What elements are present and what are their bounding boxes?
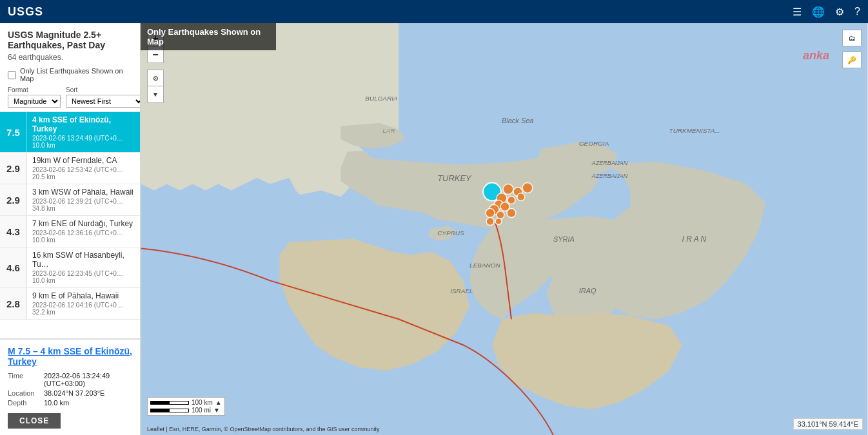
earthquake-list-item[interactable]: 7.54 km SSE of Ekinözü, Turkey2023-02-06… bbox=[0, 112, 140, 153]
sort-group: Sort Newest First Oldest First Largest M… bbox=[66, 86, 141, 108]
usgs-logo-text: USGS bbox=[8, 5, 43, 19]
scale-km-row: 100 km ▲ bbox=[150, 399, 222, 406]
sidebar: USGS Magnitude 2.5+ Earthquakes, Past Da… bbox=[0, 23, 141, 435]
svg-point-27 bbox=[486, 209, 495, 218]
earthquake-info: 19km W of Ferndale, CA2023-02-06 12:53:4… bbox=[27, 153, 140, 184]
svg-text:TURKEY: TURKEY bbox=[437, 173, 472, 183]
sidebar-title: USGS Magnitude 2.5+ Earthquakes, Past Da… bbox=[8, 30, 132, 50]
format-label: Format bbox=[8, 86, 61, 93]
layer-toggle-button[interactable]: 🗂 bbox=[842, 30, 862, 46]
sidebar-controls: Format Magnitude Depth Time Sort Newest … bbox=[8, 86, 132, 108]
detail-depth-key: Depth bbox=[8, 399, 40, 407]
svg-text:IRAQ: IRAQ bbox=[579, 287, 597, 295]
earthquake-magnitude: 2.9 bbox=[0, 153, 27, 184]
detail-depth-row: Depth 10.0 km bbox=[8, 399, 132, 407]
detail-time-val: 2023-02-06 13:24:49 (UTC+03:00) bbox=[44, 372, 132, 387]
globe-icon[interactable]: 🌐 bbox=[812, 6, 825, 18]
svg-text:GEORGIA: GEORGIA bbox=[579, 140, 609, 147]
earthquake-magnitude: 4.3 bbox=[0, 216, 27, 247]
earthquake-detail: 2023-02-06 12:23:45 (UTC+0… 10.0 km bbox=[32, 270, 135, 284]
main-content: USGS Magnitude 2.5+ Earthquakes, Past Da… bbox=[0, 23, 868, 435]
scale-mi-row: 100 mi ▼ bbox=[150, 407, 222, 414]
svg-text:ISRAEL: ISRAEL bbox=[450, 287, 473, 295]
earthquake-list-item[interactable]: 2.93 km WSW of Pāhala, Hawaii2023-02-06 … bbox=[0, 184, 140, 216]
svg-point-26 bbox=[497, 211, 504, 219]
svg-text:AZERBAIJAN: AZERBAIJAN bbox=[591, 160, 628, 166]
svg-point-29 bbox=[495, 218, 502, 225]
svg-text:LEBANON: LEBANON bbox=[469, 262, 500, 269]
map-options-group: ⊙ ▼ bbox=[147, 70, 164, 103]
detail-time-row: Time 2023-02-06 13:24:49 (UTC+03:00) bbox=[8, 372, 132, 387]
earthquake-info: 3 km WSW of Pāhala, Hawaii2023-02-06 12:… bbox=[27, 184, 140, 215]
earthquake-list-item[interactable]: 2.89 km E of Pāhala, Hawaii2023-02-06 12… bbox=[0, 288, 140, 320]
earthquake-list: 7.54 km SSE of Ekinözü, Turkey2023-02-06… bbox=[0, 112, 140, 338]
map-view-button[interactable]: ⊙ bbox=[147, 70, 164, 86]
earthquake-list-item[interactable]: 4.37 km ENE of Nurdağı, Turkey2023-02-06… bbox=[0, 216, 140, 247]
sidebar-header: USGS Magnitude 2.5+ Earthquakes, Past Da… bbox=[0, 23, 140, 112]
svg-text:TURKMENISTA...: TURKMENISTA... bbox=[669, 127, 720, 134]
help-icon[interactable]: ? bbox=[854, 6, 860, 17]
sidebar-filter: Only List Earthquakes Shown on Map bbox=[8, 67, 132, 82]
earthquake-detail: 2023-02-06 13:24:49 (UTC+0… 10.0 km bbox=[32, 135, 135, 149]
only-earthquakes-banner: Only Earthquakes Shown on Map bbox=[141, 23, 276, 50]
format-group: Format Magnitude Depth Time bbox=[8, 86, 61, 108]
gear-icon[interactable]: ⚙ bbox=[835, 6, 844, 18]
map-svg: TURKEY Black Sea BULGARIA GEORGIA AZERBA… bbox=[141, 23, 868, 435]
earthquake-list-item[interactable]: 2.919km W of Ferndale, CA2023-02-06 12:5… bbox=[0, 153, 140, 184]
earthquake-detail: 2023-02-06 12:36:16 (UTC+0… 10.0 km bbox=[32, 229, 135, 244]
eq-filter-checkbox[interactable] bbox=[8, 71, 16, 79]
svg-text:I R A N: I R A N bbox=[682, 235, 707, 244]
header-icons: ☰ 🌐 ⚙ ? bbox=[793, 6, 860, 18]
svg-point-22 bbox=[508, 197, 515, 204]
header: USGS ☰ 🌐 ⚙ ? bbox=[0, 0, 868, 23]
earthquake-list-item[interactable]: 4.616 km SSW of Hasanbeyli, Tu…2023-02-0… bbox=[0, 247, 140, 288]
svg-point-25 bbox=[507, 209, 516, 218]
map-attribution: Leaflet | Esri, HERE, Garmin, © OpenStre… bbox=[147, 426, 380, 432]
attribution-text: Leaflet | Esri, HERE, Garmin, © OpenStre… bbox=[147, 426, 380, 432]
scale-collapse-icon[interactable]: ▼ bbox=[213, 407, 220, 414]
earthquake-magnitude: 7.5 bbox=[0, 112, 27, 152]
usgs-logo[interactable]: USGS bbox=[8, 5, 43, 19]
svg-text:AZERBAIJAN: AZERBAIJAN bbox=[591, 173, 628, 179]
scale-bar: 100 km ▲ 100 mi ▼ bbox=[147, 397, 225, 416]
earthquake-location: 16 km SSW of Hasanbeyli, Tu… bbox=[32, 251, 135, 269]
svg-text:CYPRUS: CYPRUS bbox=[437, 229, 464, 237]
sidebar-count: 64 earthquakes. bbox=[8, 53, 132, 62]
map-container[interactable]: TURKEY Black Sea BULGARIA GEORGIA AZERBA… bbox=[141, 23, 868, 435]
coordinates-display: 33.101°N 59.414°E bbox=[793, 418, 863, 430]
earthquake-magnitude: 2.9 bbox=[0, 184, 27, 215]
scale-expand-icon[interactable]: ▲ bbox=[215, 399, 222, 406]
earthquake-info: 7 km ENE of Nurdağı, Turkey2023-02-06 12… bbox=[27, 216, 140, 247]
earthquake-detail: 2023-02-06 12:39:21 (UTC+0… 34.8 km bbox=[32, 198, 135, 212]
sort-select[interactable]: Newest First Oldest First Largest Magnit… bbox=[66, 95, 141, 108]
anka-watermark: anka bbox=[803, 49, 829, 63]
list-icon[interactable]: ☰ bbox=[793, 6, 802, 18]
scale-km-label: 100 km bbox=[192, 399, 213, 406]
earthquake-magnitude: 2.8 bbox=[0, 288, 27, 319]
format-select[interactable]: Magnitude Depth Time bbox=[8, 95, 61, 108]
earthquake-location: 4 km SSE of Ekinözü, Turkey bbox=[32, 115, 135, 133]
svg-text:SYRIA: SYRIA bbox=[553, 235, 575, 243]
detail-location-row: Location 38.024°N 37.203°E bbox=[8, 389, 132, 397]
scale-km-line bbox=[150, 401, 189, 405]
svg-text:BULGARIA: BULGARIA bbox=[365, 95, 398, 102]
detail-panel: M 7.5 – 4 km SSE of Ekinözü, Turkey Time… bbox=[0, 338, 140, 435]
svg-point-23 bbox=[517, 193, 525, 201]
map-extra-button[interactable]: ▼ bbox=[147, 86, 164, 103]
svg-point-16 bbox=[503, 184, 513, 195]
close-button[interactable]: CLOSE bbox=[8, 413, 61, 429]
earthquake-location: 3 km WSW of Pāhala, Hawaii bbox=[32, 188, 135, 197]
detail-link[interactable]: M 7.5 – 4 km SSE of Ekinözü, Turkey bbox=[8, 346, 132, 367]
earthquake-info: 4 km SSE of Ekinözü, Turkey2023-02-06 13… bbox=[27, 112, 140, 152]
layer-key-button[interactable]: 🔑 bbox=[842, 52, 862, 68]
sidebar-filter-label: Only List Earthquakes Shown on Map bbox=[20, 67, 132, 82]
detail-depth-val: 10.0 km bbox=[44, 399, 69, 407]
earthquake-detail: 2023-02-06 12:04:16 (UTC+0… 32.2 km bbox=[32, 302, 135, 316]
earthquake-detail: 2023-02-06 12:53:42 (UTC+0… 20.5 km bbox=[32, 166, 135, 180]
earthquake-info: 16 km SSW of Hasanbeyli, Tu…2023-02-06 1… bbox=[27, 247, 140, 287]
detail-location-val: 38.024°N 37.203°E bbox=[44, 389, 104, 397]
svg-point-28 bbox=[486, 218, 494, 226]
scale-mi-label: 100 mi bbox=[192, 407, 211, 414]
detail-time-key: Time bbox=[8, 372, 40, 387]
earthquake-location: 7 km ENE of Nurdağı, Turkey bbox=[32, 219, 135, 228]
